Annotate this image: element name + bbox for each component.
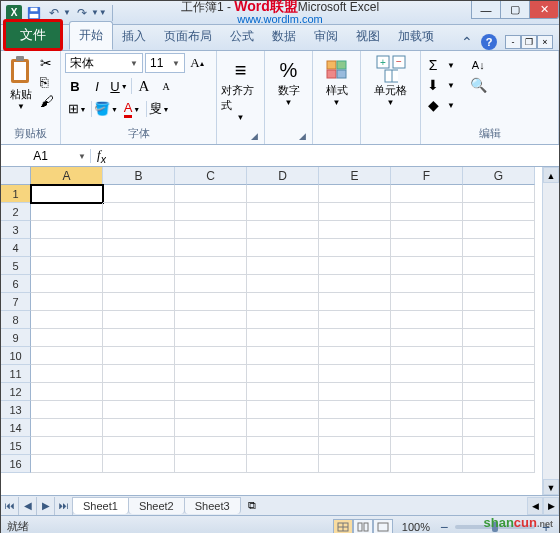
cell[interactable] bbox=[103, 455, 175, 473]
cell[interactable] bbox=[103, 401, 175, 419]
cell[interactable] bbox=[247, 293, 319, 311]
cell[interactable] bbox=[319, 275, 391, 293]
mdi-minimize-button[interactable]: - bbox=[505, 35, 521, 49]
cell[interactable] bbox=[463, 401, 535, 419]
cell[interactable] bbox=[175, 275, 247, 293]
tab-formulas[interactable]: 公式 bbox=[221, 23, 263, 50]
minimize-button[interactable]: — bbox=[471, 1, 501, 19]
view-layout-button[interactable] bbox=[353, 519, 373, 534]
row-header[interactable]: 12 bbox=[1, 383, 31, 401]
cell[interactable] bbox=[463, 311, 535, 329]
row-header[interactable]: 13 bbox=[1, 401, 31, 419]
sheet-tab[interactable]: Sheet3 bbox=[184, 497, 241, 514]
cell[interactable] bbox=[175, 311, 247, 329]
underline-button[interactable]: U▼ bbox=[109, 76, 129, 96]
row-header[interactable]: 1 bbox=[1, 185, 31, 203]
close-button[interactable]: ✕ bbox=[529, 1, 559, 19]
cell[interactable] bbox=[31, 455, 103, 473]
align-launcher-icon[interactable]: ◢ bbox=[251, 131, 258, 141]
cell[interactable] bbox=[103, 347, 175, 365]
zoom-percent[interactable]: 100% bbox=[402, 521, 430, 533]
cells-dropdown-icon[interactable]: ▼ bbox=[387, 98, 395, 107]
cell[interactable] bbox=[391, 455, 463, 473]
font-color-button[interactable]: A▼ bbox=[120, 99, 144, 119]
cell[interactable] bbox=[463, 437, 535, 455]
cell[interactable] bbox=[463, 365, 535, 383]
align-dropdown-icon[interactable]: ▼ bbox=[237, 113, 245, 122]
scroll-down-icon[interactable]: ▼ bbox=[543, 479, 559, 495]
cell[interactable] bbox=[247, 275, 319, 293]
cell[interactable] bbox=[319, 203, 391, 221]
cell[interactable] bbox=[391, 311, 463, 329]
cell[interactable] bbox=[247, 221, 319, 239]
help-icon[interactable]: ? bbox=[481, 34, 497, 50]
cell[interactable] bbox=[463, 221, 535, 239]
cell[interactable] bbox=[175, 203, 247, 221]
cell[interactable] bbox=[463, 419, 535, 437]
cell[interactable] bbox=[247, 455, 319, 473]
number-dropdown-icon[interactable]: ▼ bbox=[285, 98, 293, 107]
row-header[interactable]: 3 bbox=[1, 221, 31, 239]
select-all-corner[interactable] bbox=[1, 167, 31, 185]
fx-icon[interactable]: fx bbox=[97, 147, 106, 165]
cell[interactable] bbox=[463, 329, 535, 347]
cell[interactable] bbox=[175, 257, 247, 275]
cell[interactable] bbox=[103, 275, 175, 293]
minimize-ribbon-icon[interactable]: ⌃ bbox=[461, 34, 473, 50]
cell[interactable] bbox=[391, 347, 463, 365]
cell[interactable] bbox=[103, 365, 175, 383]
row-header[interactable]: 10 bbox=[1, 347, 31, 365]
cell[interactable] bbox=[319, 401, 391, 419]
tab-view[interactable]: 视图 bbox=[347, 23, 389, 50]
qat-customize-icon[interactable]: ▼ bbox=[99, 8, 107, 17]
sheet-nav-next-icon[interactable]: ▶ bbox=[37, 497, 55, 515]
cell[interactable] bbox=[463, 455, 535, 473]
font-size-combo[interactable]: 11▼ bbox=[145, 53, 185, 73]
col-header[interactable]: D bbox=[247, 167, 319, 185]
grow-font-button[interactable]: A bbox=[134, 76, 154, 96]
file-tab[interactable]: 文件 bbox=[3, 19, 63, 51]
cell[interactable] bbox=[31, 383, 103, 401]
cell[interactable] bbox=[319, 257, 391, 275]
cell[interactable] bbox=[319, 221, 391, 239]
new-sheet-icon[interactable]: ⧉ bbox=[241, 499, 263, 512]
cell[interactable] bbox=[247, 329, 319, 347]
tab-layout[interactable]: 页面布局 bbox=[155, 23, 221, 50]
cell[interactable] bbox=[247, 203, 319, 221]
tab-addins[interactable]: 加载项 bbox=[389, 23, 443, 50]
cells-area[interactable] bbox=[31, 185, 535, 473]
cell[interactable] bbox=[175, 455, 247, 473]
cell[interactable] bbox=[391, 257, 463, 275]
cell[interactable] bbox=[31, 275, 103, 293]
copy-icon[interactable]: ⎘ bbox=[40, 74, 54, 90]
cell[interactable] bbox=[391, 293, 463, 311]
tab-home[interactable]: 开始 bbox=[69, 21, 113, 50]
tab-data[interactable]: 数据 bbox=[263, 23, 305, 50]
view-normal-button[interactable] bbox=[333, 519, 353, 534]
tab-insert[interactable]: 插入 bbox=[113, 23, 155, 50]
cell[interactable] bbox=[31, 347, 103, 365]
cell[interactable] bbox=[175, 329, 247, 347]
cell[interactable] bbox=[391, 185, 463, 203]
cell[interactable] bbox=[31, 185, 103, 203]
cell[interactable] bbox=[247, 347, 319, 365]
cut-icon[interactable]: ✂ bbox=[40, 55, 54, 71]
cell[interactable] bbox=[391, 383, 463, 401]
format-painter-icon[interactable]: 🖌 bbox=[40, 93, 54, 109]
vertical-scrollbar[interactable]: ▲ ▼ bbox=[542, 167, 559, 495]
sheet-tab[interactable]: Sheet2 bbox=[128, 497, 185, 514]
cell[interactable] bbox=[247, 185, 319, 203]
cell[interactable] bbox=[175, 383, 247, 401]
italic-button[interactable]: I bbox=[87, 76, 107, 96]
cell[interactable] bbox=[175, 185, 247, 203]
cell[interactable] bbox=[463, 185, 535, 203]
zoom-out-button[interactable]: − bbox=[437, 519, 451, 534]
row-header[interactable]: 7 bbox=[1, 293, 31, 311]
cell[interactable] bbox=[103, 221, 175, 239]
cell[interactable] bbox=[31, 401, 103, 419]
scroll-left-icon[interactable]: ◀ bbox=[527, 497, 543, 515]
mdi-restore-button[interactable]: ❐ bbox=[521, 35, 537, 49]
row-header[interactable]: 4 bbox=[1, 239, 31, 257]
row-header[interactable]: 9 bbox=[1, 329, 31, 347]
cell[interactable] bbox=[247, 419, 319, 437]
